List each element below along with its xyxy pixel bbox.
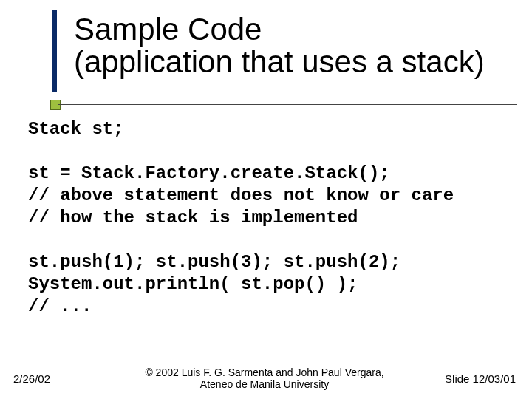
slide-body-code: Stack st; st = Stack.Factory.create.Stac… (28, 118, 504, 318)
title-accent-bar (52, 10, 57, 92)
title-line-2: (application that uses a stack) (74, 46, 517, 78)
code-line: // how the stack is implemented (28, 208, 358, 228)
code-line: Stack st; (28, 119, 124, 139)
footer-slide-number: Slide 12/03/01 (427, 372, 516, 385)
title-accent-dot (50, 100, 61, 110)
title-underline (58, 104, 517, 105)
code-line: // above statement does not know or care (28, 185, 454, 205)
footer-copyright: © 2002 Luis F. G. Sarmenta and John Paul… (102, 366, 427, 390)
title-line-1: Sample Code (74, 13, 517, 46)
footer-copyright-line-1: © 2002 Luis F. G. Sarmenta and John Paul… (102, 366, 427, 378)
code-line: // ... (28, 296, 92, 316)
footer-copyright-line-2: Ateneo de Manila University (102, 378, 427, 390)
slide-title: Sample Code (application that uses a sta… (74, 13, 517, 78)
slide-footer: 2/26/02 © 2002 Luis F. G. Sarmenta and J… (0, 365, 532, 392)
slide: Sample Code (application that uses a sta… (0, 0, 532, 399)
code-line: st.push(1); st.push(3); st.push(2); (28, 252, 400, 272)
code-line: System.out.println( st.pop() ); (28, 274, 358, 294)
code-line: st = Stack.Factory.create.Stack(); (28, 163, 390, 183)
footer-date: 2/26/02 (13, 372, 102, 385)
